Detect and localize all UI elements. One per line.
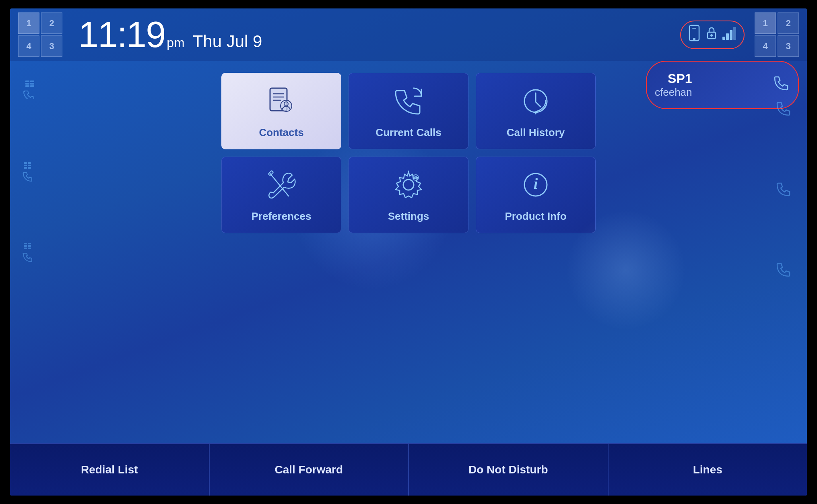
svg-rect-5 (722, 37, 725, 40)
tile-call-history[interactable]: Call History (476, 73, 596, 149)
settings-label: Settings (388, 210, 429, 223)
time-ampm: pm (167, 35, 184, 50)
svg-point-36 (403, 180, 414, 190)
svg-point-4 (710, 34, 713, 37)
preferences-label: Preferences (252, 210, 312, 223)
svg-rect-25 (28, 245, 31, 247)
svg-rect-11 (25, 85, 29, 87)
svg-rect-20 (28, 167, 31, 169)
svg-rect-16 (24, 165, 27, 166)
sp1-info: SP1 cfeehan (655, 71, 692, 99)
nav-cell-r3[interactable]: 3 (778, 35, 799, 57)
do-not-disturb-button[interactable]: Do Not Disturb (409, 444, 609, 496)
svg-rect-6 (726, 33, 729, 40)
product-info-label: Product Info (505, 210, 566, 223)
header-right: 1 2 4 3 (680, 12, 799, 57)
side-phone-icon-right-3[interactable] (776, 262, 795, 286)
svg-rect-14 (30, 85, 34, 87)
svg-rect-26 (28, 248, 31, 249)
tile-settings[interactable]: Settings (349, 157, 468, 233)
signal-icon (722, 25, 738, 44)
main-menu-grid: Contacts Current Calls (215, 67, 602, 239)
svg-rect-15 (24, 162, 27, 164)
settings-icon (392, 169, 425, 205)
nav-cell-1[interactable]: 1 (18, 12, 39, 34)
svg-rect-13 (30, 83, 34, 85)
status-icons-container (680, 21, 745, 49)
svg-rect-9 (25, 81, 29, 82)
time-display: 11:19 pm Thu Jul 9 (78, 17, 680, 53)
svg-text:i: i (534, 175, 538, 192)
nav-cell-3[interactable]: 3 (41, 35, 62, 57)
call-forward-button[interactable]: Call Forward (210, 444, 409, 496)
redial-list-button[interactable]: Redial List (10, 444, 210, 496)
svg-rect-35 (268, 171, 274, 176)
contacts-icon (265, 85, 297, 122)
nav-cell-2[interactable]: 2 (41, 12, 62, 34)
sp1-phone-icon (772, 74, 790, 96)
bottom-bar: Redial List Call Forward Do Not Disturb … (10, 443, 807, 496)
svg-rect-10 (25, 83, 29, 85)
call-history-label: Call History (507, 126, 565, 139)
lock-icon (706, 26, 718, 44)
side-phone-icon-right-2[interactable] (776, 182, 795, 205)
nav-grid-top-right[interactable]: 1 2 4 3 (755, 12, 799, 57)
svg-rect-19 (28, 165, 31, 166)
side-phone-icon-left-1[interactable] (22, 79, 42, 103)
nav-cell-r1[interactable]: 1 (755, 12, 776, 34)
tile-product-info[interactable]: i Product Info (476, 157, 596, 233)
svg-rect-2 (692, 28, 696, 29)
preferences-icon (265, 169, 297, 205)
side-phone-icon-left-3[interactable] (22, 242, 43, 267)
tile-preferences[interactable]: Preferences (221, 157, 341, 233)
nav-cell-4[interactable]: 4 (18, 35, 39, 57)
svg-rect-7 (730, 30, 732, 40)
svg-rect-24 (28, 243, 31, 244)
svg-rect-23 (24, 248, 27, 249)
nav-grid-top-left[interactable]: 1 2 4 3 (18, 12, 62, 57)
product-info-icon: i (520, 169, 552, 205)
svg-rect-22 (24, 245, 27, 247)
current-calls-icon (392, 85, 425, 122)
call-history-icon (520, 85, 552, 122)
lines-button[interactable]: Lines (609, 444, 807, 496)
svg-point-1 (693, 38, 695, 40)
date: Thu Jul 9 (193, 32, 262, 51)
svg-rect-21 (24, 243, 27, 244)
header: 1 2 4 3 11:19 pm Thu Jul 9 (10, 8, 807, 61)
sp1-line: SP1 (655, 71, 692, 86)
nav-cell-r4[interactable]: 4 (755, 35, 776, 57)
tile-current-calls[interactable]: Current Calls (349, 73, 468, 149)
svg-rect-17 (24, 167, 27, 169)
sp1-user: cfeehan (655, 86, 692, 99)
side-phone-icon-right-1[interactable] (776, 101, 795, 125)
svg-rect-8 (733, 27, 736, 40)
mobile-icon (687, 25, 701, 45)
tile-contacts[interactable]: Contacts (221, 73, 341, 149)
current-calls-label: Current Calls (375, 126, 441, 139)
side-phone-icon-left-2[interactable] (22, 161, 43, 187)
time: 11:19 (78, 17, 165, 53)
nav-cell-r2[interactable]: 2 (778, 12, 799, 34)
svg-rect-12 (30, 81, 34, 82)
contacts-label: Contacts (259, 126, 303, 139)
svg-rect-18 (28, 162, 31, 164)
phone-screen: 1 2 4 3 11:19 pm Thu Jul 9 (10, 8, 807, 496)
